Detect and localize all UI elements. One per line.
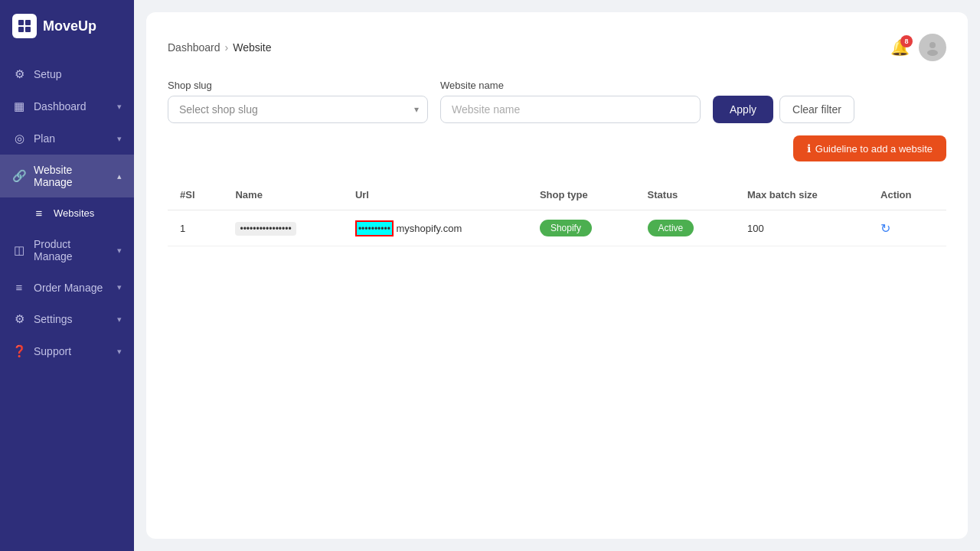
info-icon: ℹ [807, 142, 811, 155]
main: Dashboard › Website 🔔 8 Shop slug [134, 0, 980, 551]
plan-icon: ◎ [12, 132, 26, 145]
url-prefix: •••••••••• [358, 223, 390, 234]
chevron-down-icon: ▾ [117, 102, 122, 112]
svg-rect-2 [18, 27, 24, 32]
sidebar-item-website-manage[interactable]: 🔗 Website Manage ▴ [0, 155, 134, 197]
sidebar: MoveUp ⚙ Setup ▦ Dashboard ▾ ◎ Plan ▾ 🔗 … [0, 0, 134, 551]
support-icon: ❓ [12, 344, 26, 358]
breadcrumb: Dashboard › Website [168, 41, 272, 54]
top-bar: Dashboard › Website 🔔 8 [168, 34, 946, 61]
guideline-button[interactable]: ℹ Guideline to add a website [793, 135, 946, 161]
svg-point-4 [929, 42, 936, 48]
sidebar-nav: ⚙ Setup ▦ Dashboard ▾ ◎ Plan ▾ 🔗 Website… [0, 52, 134, 551]
col-sl: #Sl [168, 180, 223, 210]
settings-icon: ⚙ [12, 312, 26, 326]
list-icon: ≡ [32, 207, 46, 220]
col-action: Action [868, 180, 946, 210]
logo-text: MoveUp [43, 18, 96, 34]
svg-point-5 [927, 50, 938, 56]
sidebar-item-order-manage[interactable]: ≡ Order Manage ▾ [0, 272, 134, 303]
setup-icon: ⚙ [12, 67, 26, 81]
shop-slug-select[interactable]: Select shop slug [168, 96, 428, 123]
chevron-down-icon: ▾ [117, 282, 122, 292]
status-badge: Active [648, 220, 694, 236]
cell-action: ↻ [868, 210, 946, 246]
sidebar-item-support[interactable]: ❓ Support ▾ [0, 335, 134, 367]
chevron-down-icon: ▾ [117, 347, 122, 357]
breadcrumb-separator: › [225, 41, 229, 54]
website-name-label: Website name [440, 80, 701, 91]
cell-name: •••••••••••••••• [223, 210, 342, 246]
url-suffix: myshopify.com [397, 223, 462, 234]
product-icon: ◫ [12, 243, 26, 257]
table-header: #Sl Name Url Shop type Status Max batch … [168, 180, 946, 210]
table-row: 1 •••••••••••••••• •••••••••• myshopify.… [168, 210, 946, 246]
cell-shop-type: Shopify [528, 210, 635, 246]
avatar [919, 34, 946, 61]
chevron-down-icon: ▾ [117, 315, 122, 324]
svg-rect-1 [25, 20, 31, 25]
cell-max-batch: 100 [735, 210, 868, 246]
dashboard-icon: ▦ [12, 99, 26, 113]
order-icon: ≡ [12, 281, 26, 294]
url-value: •••••••••• [355, 220, 394, 236]
col-shop-type: Shop type [528, 180, 635, 210]
shop-slug-select-wrapper: Select shop slug ▾ [168, 96, 428, 123]
table-body: 1 •••••••••••••••• •••••••••• myshopify.… [168, 210, 946, 246]
sidebar-item-websites[interactable]: ≡ Websites [0, 197, 134, 229]
sidebar-item-settings[interactable]: ⚙ Settings ▾ [0, 303, 134, 335]
main-inner: Dashboard › Website 🔔 8 Shop slug [146, 12, 968, 539]
refresh-button[interactable]: ↻ [880, 221, 890, 236]
clear-filter-button[interactable]: Clear filter [779, 96, 854, 123]
chevron-up-icon: ▴ [117, 171, 122, 181]
notification-badge: 8 [900, 35, 913, 47]
website-name-group: Website name [440, 80, 701, 123]
top-right: 🔔 8 [890, 34, 946, 61]
logo: MoveUp [0, 0, 134, 52]
table-wrapper: #Sl Name Url Shop type Status Max batch … [168, 180, 946, 246]
shop-type-badge: Shopify [540, 220, 592, 236]
guideline-label: Guideline to add a website [815, 143, 933, 155]
col-status: Status [635, 180, 735, 210]
logo-icon [12, 14, 37, 38]
breadcrumb-home[interactable]: Dashboard [168, 41, 220, 54]
name-value: •••••••••••••••• [235, 222, 296, 236]
col-url: Url [343, 180, 528, 210]
cell-sl: 1 [168, 210, 223, 246]
sidebar-item-dashboard[interactable]: ▦ Dashboard ▾ [0, 90, 134, 122]
filter-inputs: Shop slug Select shop slug ▾ Website nam… [168, 80, 854, 123]
breadcrumb-current: Website [233, 41, 271, 54]
shop-slug-label: Shop slug [168, 80, 428, 91]
shop-slug-group: Shop slug Select shop slug ▾ [168, 80, 428, 123]
chevron-down-icon: ▾ [117, 246, 122, 256]
website-manage-icon: 🔗 [12, 169, 26, 183]
notification-button[interactable]: 🔔 8 [890, 38, 910, 57]
svg-rect-3 [25, 27, 31, 32]
cell-url: •••••••••• myshopify.com [343, 210, 528, 246]
col-name: Name [223, 180, 342, 210]
filter-section: Shop slug Select shop slug ▾ Website nam… [168, 80, 946, 161]
sidebar-item-setup[interactable]: ⚙ Setup [0, 58, 134, 90]
cell-status: Active [635, 210, 735, 246]
svg-rect-0 [18, 20, 24, 25]
websites-table: #Sl Name Url Shop type Status Max batch … [168, 180, 946, 246]
chevron-down-icon: ▾ [117, 134, 122, 144]
filter-buttons: Apply Clear filter [713, 96, 854, 123]
sidebar-item-product-manage[interactable]: ◫ Product Manage ▾ [0, 229, 134, 272]
website-name-input[interactable] [440, 96, 701, 123]
col-max-batch-size: Max batch size [735, 180, 868, 210]
sidebar-item-plan[interactable]: ◎ Plan ▾ [0, 122, 134, 155]
apply-button[interactable]: Apply [713, 96, 773, 123]
